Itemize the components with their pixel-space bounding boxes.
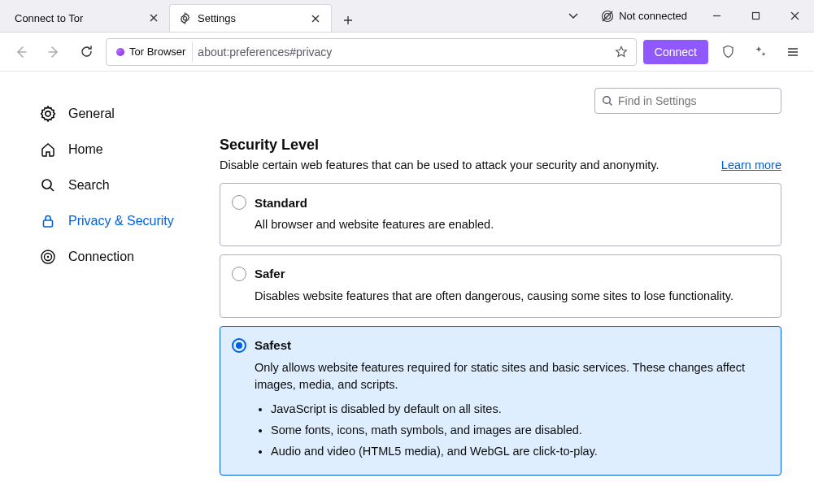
new-identity-button[interactable] [747, 39, 773, 65]
sidebar-item-privacy[interactable]: Privacy & Security [39, 203, 195, 239]
home-icon [39, 141, 57, 159]
tab-close-button[interactable] [146, 11, 161, 25]
bullet-item: Some fonts, icons, math symbols, and ima… [271, 422, 768, 440]
svg-point-8 [603, 97, 611, 104]
option-desc: Only allows website features required fo… [255, 359, 768, 461]
forward-button[interactable] [41, 39, 67, 65]
option-desc: All browser and website features are ena… [255, 216, 768, 234]
preferences-content: General Home Search Privacy & Security C… [0, 72, 814, 504]
svg-point-7 [47, 256, 49, 258]
sidebar-item-label: General [68, 106, 115, 121]
window-minimize-button[interactable] [699, 0, 734, 32]
settings-search-input[interactable] [618, 94, 774, 107]
onion-icon [116, 48, 124, 56]
tab-close-button[interactable] [308, 11, 323, 26]
all-tabs-button[interactable] [557, 0, 590, 32]
reload-icon [80, 45, 94, 59]
section-title: Security Level [220, 137, 781, 154]
sidebar-item-connection[interactable]: Connection [39, 239, 195, 275]
tab-strip: Connect to Tor Settings [0, 0, 359, 32]
plus-icon [343, 15, 353, 25]
sidebar-item-general[interactable]: General [39, 96, 195, 132]
svg-rect-4 [44, 220, 53, 227]
svg-rect-2 [752, 13, 759, 20]
sidebar-item-label: Privacy & Security [68, 214, 174, 228]
category-sidebar: General Home Search Privacy & Security C… [0, 72, 195, 504]
connection-status[interactable]: Not connected [593, 10, 695, 23]
sparkle-icon [754, 45, 768, 59]
sidebar-item-label: Connection [68, 250, 134, 264]
security-shield-button[interactable] [715, 39, 741, 65]
reload-button[interactable] [73, 39, 99, 65]
learn-more-link[interactable]: Learn more [721, 159, 781, 172]
onion-rings-icon [39, 248, 57, 266]
arrow-right-icon [46, 45, 61, 59]
sidebar-item-search[interactable]: Search [39, 167, 195, 203]
svg-point-3 [42, 180, 51, 189]
close-icon [150, 14, 158, 22]
security-level-safer[interactable]: Safer Disables website features that are… [220, 254, 781, 318]
lock-icon [39, 212, 57, 230]
sidebar-item-label: Home [68, 142, 103, 157]
chevron-down-icon [568, 13, 578, 20]
titlebar: Connect to Tor Settings Not connected [0, 0, 814, 33]
onion-off-icon [601, 10, 614, 23]
main-pane: Security Level Disable certain web featu… [195, 72, 814, 504]
window-close-button[interactable] [777, 0, 812, 32]
security-level-safest[interactable]: Safest Only allows website features requ… [220, 326, 781, 476]
url-bar[interactable]: Tor Browser about:preferences#privacy [106, 38, 637, 66]
minimize-icon [712, 11, 721, 20]
radio-icon [232, 338, 246, 353]
radio-icon [232, 195, 246, 210]
back-button[interactable] [8, 39, 34, 65]
star-icon [615, 46, 628, 59]
close-icon [790, 11, 799, 20]
arrow-left-icon [14, 45, 28, 59]
connect-button[interactable]: Connect [643, 40, 708, 64]
bullet-item: JavaScript is disabled by default on all… [271, 401, 768, 419]
search-icon [602, 95, 613, 106]
identity-label: Tor Browser [129, 46, 185, 58]
option-title: Safest [255, 338, 291, 352]
search-icon [39, 176, 57, 194]
gear-icon [178, 12, 191, 25]
hamburger-icon [786, 46, 799, 59]
close-icon [311, 15, 320, 23]
tab-settings[interactable]: Settings [169, 4, 332, 32]
new-tab-button[interactable] [337, 9, 359, 32]
window-maximize-button[interactable] [738, 0, 773, 32]
gear-icon [39, 105, 57, 123]
tab-title: Settings [198, 12, 302, 24]
radio-icon [232, 267, 246, 281]
titlebar-right: Not connected [557, 0, 814, 32]
app-menu-button[interactable] [780, 39, 806, 65]
sidebar-item-home[interactable]: Home [39, 132, 195, 167]
option-title: Standard [255, 196, 307, 210]
tab-title: Connect to Tor [15, 12, 140, 24]
option-title: Safer [255, 267, 285, 280]
option-desc: Disables website features that are often… [255, 288, 768, 306]
shield-icon [721, 45, 735, 59]
sidebar-item-label: Search [68, 178, 110, 193]
nav-toolbar: Tor Browser about:preferences#privacy Co… [0, 33, 814, 72]
bullet-item: Audio and video (HTML5 media), and WebGL… [271, 443, 768, 461]
security-level-standard[interactable]: Standard All browser and website feature… [220, 183, 781, 246]
bookmark-button[interactable] [610, 41, 633, 63]
maximize-icon [751, 11, 760, 20]
url-text: about:preferences#privacy [198, 46, 604, 59]
identity-box[interactable]: Tor Browser [110, 41, 193, 63]
status-label: Not connected [619, 10, 687, 22]
settings-search[interactable] [594, 88, 781, 114]
section-subtitle: Disable certain web features that can be… [220, 159, 659, 172]
tab-connect-to-tor[interactable]: Connect to Tor [7, 4, 169, 32]
